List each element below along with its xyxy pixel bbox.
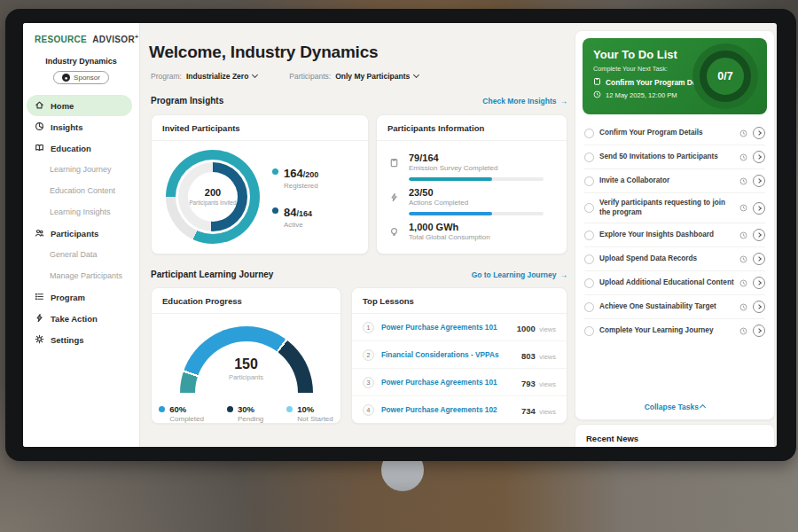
lesson-rank: 4: [363, 404, 374, 416]
donut-legend-item: 164/200 Registered: [272, 165, 318, 190]
task-checkbox[interactable]: [584, 302, 594, 312]
chevron-right-icon[interactable]: [753, 325, 765, 337]
chevron-right-icon[interactable]: [753, 301, 765, 313]
sidebar-item-label: Settings: [51, 335, 83, 345]
sidebar-item-participants[interactable]: Participants: [23, 223, 139, 244]
todo-panel: Your To Do List Complete Your Next Task:…: [575, 30, 775, 420]
metric-progress-bar: [409, 177, 544, 181]
todo-task-row[interactable]: Achieve One Sustainability Target: [584, 295, 765, 319]
metric-value: 23/50: [409, 187, 544, 198]
logo-plus: +: [135, 34, 138, 40]
participants-information-title: Participants Information: [377, 115, 567, 141]
gauge-legend: 60%Completed 30%Pending 10%Not Started: [159, 404, 333, 423]
todo-task-row[interactable]: Upload Spend Data Records: [584, 247, 765, 271]
metric-label: Emission Survey Completed: [409, 164, 544, 172]
todo-task-row[interactable]: Upload Additional Educational Content: [584, 271, 765, 295]
survey-icon: [389, 153, 401, 181]
app-logo: RESOURCE ADVISOR+: [23, 23, 139, 44]
clock-icon: [739, 177, 747, 185]
filters-row: Program: Industrialize Zero Participants…: [151, 72, 419, 81]
participants-icon: [35, 228, 44, 239]
lesson-link[interactable]: Power Purchase Agreements 101: [381, 378, 521, 387]
chevron-right-icon[interactable]: [753, 229, 765, 241]
todo-task-row[interactable]: Verify participants requesting to join t…: [584, 193, 765, 223]
chevron-right-icon[interactable]: [753, 202, 765, 215]
participants-information-card: Participants Information 79/164 Emission…: [376, 114, 567, 254]
task-checkbox[interactable]: [584, 129, 594, 138]
recent-news-title: Recent News: [575, 425, 774, 447]
sidebar-item-learning-journey[interactable]: Learning Journey: [23, 159, 139, 180]
task-label: Complete Your Learning Journey: [599, 326, 734, 336]
program-insights-header: Program Insights Check More Insights →: [151, 96, 567, 106]
chevron-right-icon[interactable]: [753, 253, 765, 265]
check-more-insights-link[interactable]: Check More Insights →: [482, 97, 567, 106]
participants-select[interactable]: Participants: Only My Participants: [289, 72, 419, 81]
sidebar-item-home[interactable]: Home: [27, 95, 132, 116]
consumption-icon: [389, 222, 401, 241]
sidebar-item-general-data[interactable]: General Data: [23, 244, 139, 265]
logo-primary: RESOURCE: [35, 35, 87, 44]
task-checkbox[interactable]: [584, 176, 594, 186]
program-select[interactable]: Program: Industrialize Zero: [151, 72, 257, 81]
task-checkbox[interactable]: [584, 278, 594, 288]
clock-icon: [739, 231, 747, 239]
metric-label: Actions Completed: [409, 199, 544, 207]
task-checkbox[interactable]: [584, 254, 594, 264]
chevron-right-icon[interactable]: [753, 175, 765, 187]
todo-task-row[interactable]: Explore Your Insights Dashboard: [584, 223, 765, 247]
legend-dot: [272, 207, 278, 214]
sidebar-item-learning-insights[interactable]: Learning Insights: [23, 201, 139, 223]
task-checkbox[interactable]: [584, 231, 594, 240]
task-label: Confirm Your Program Details: [599, 129, 734, 138]
metric-row: 1,000 GWh Total Global Consumption: [389, 215, 554, 241]
task-checkbox[interactable]: [584, 326, 594, 336]
home-icon: [35, 100, 44, 112]
metric-label: Total Global Consumption: [409, 233, 490, 241]
task-checkbox[interactable]: [584, 153, 594, 162]
learning-journey-heading: Participant Learning Journey: [151, 270, 273, 279]
top-lessons-title: Top Lessons: [352, 288, 567, 314]
sidebar-item-settings[interactable]: Settings: [23, 329, 139, 350]
sidebar-item-label: Education Content: [50, 186, 115, 195]
sidebar-item-insights[interactable]: Insights: [23, 116, 139, 137]
task-checkbox[interactable]: [584, 203, 594, 213]
lesson-views: 793 views: [521, 374, 556, 390]
arrow-right-icon: →: [560, 97, 568, 106]
collapse-tasks-link[interactable]: Collapse Tasks: [575, 396, 774, 419]
todo-task-row[interactable]: Send 50 Invitations to Participants: [584, 145, 765, 169]
chevron-right-icon[interactable]: [753, 127, 765, 139]
chevron-right-icon[interactable]: [753, 277, 765, 289]
todo-task-row[interactable]: Complete Your Learning Journey: [584, 319, 765, 342]
go-to-learning-journey-link[interactable]: Go to Learning Journey →: [472, 270, 567, 279]
role-badge: ● Sponsor: [23, 71, 139, 84]
recent-news-card: Recent News: [575, 424, 775, 447]
gauge-center-label: Participants: [180, 373, 313, 381]
chevron-down-icon: [413, 72, 419, 78]
sidebar-item-program[interactable]: Program: [23, 286, 139, 308]
sidebar-item-label: Learning Journey: [50, 165, 112, 174]
lesson-rank: 3: [363, 377, 374, 388]
todo-task-row[interactable]: Confirm Your Program Details: [584, 121, 765, 145]
sidebar-item-education[interactable]: Education: [23, 137, 139, 159]
invited-donut-chart: 200 Participants Invited: [166, 150, 260, 244]
task-label: Verify participants requesting to join t…: [599, 199, 734, 217]
sidebar-item-take-action[interactable]: Take Action: [23, 308, 139, 329]
participants-select-label: Participants:: [289, 72, 331, 81]
invited-participants-title: Invited Participants: [152, 115, 368, 141]
clock-icon: [739, 204, 747, 212]
sidebar-item-education-content[interactable]: Education Content: [23, 180, 139, 201]
sidebar-item-label: Education: [51, 144, 91, 153]
chevron-down-icon: [252, 72, 258, 78]
lesson-link[interactable]: Power Purchase Agreements 101: [381, 323, 517, 332]
lesson-link[interactable]: Financial Considerations - VPPAs: [381, 350, 521, 359]
learning-journey-header: Participant Learning Journey Go to Learn…: [151, 270, 567, 279]
todo-task-row[interactable]: Invite a Collaborator: [584, 169, 765, 193]
lessons-list: 1 Power Purchase Agreements 101 1000 vie…: [352, 314, 567, 424]
sidebar-item-manage-participants[interactable]: Manage Participants: [23, 265, 139, 286]
donut-center-label: Participants Invited: [189, 200, 236, 207]
page-title: Welcome, Industry Dynamics: [149, 43, 378, 62]
chevron-right-icon[interactable]: [753, 151, 765, 163]
lesson-link[interactable]: Power Purchase Agreements 102: [381, 405, 521, 414]
donut-legend-item: 84/164 Active: [272, 204, 318, 229]
metric-value: 1,000 GWh: [409, 222, 490, 232]
